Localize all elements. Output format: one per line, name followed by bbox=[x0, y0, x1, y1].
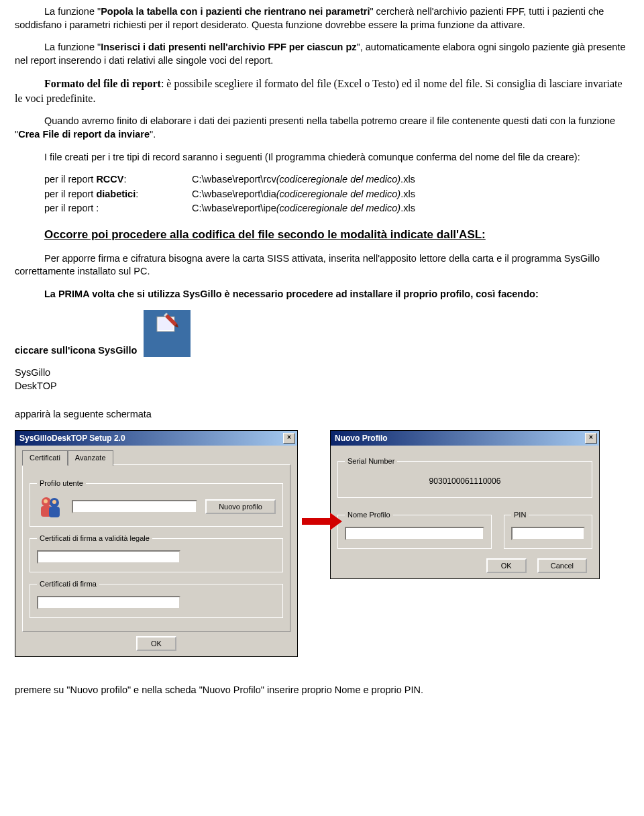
paragraph: Per apporre firma e cifratura bisogna av… bbox=[15, 252, 629, 278]
icon-label: SysGillo bbox=[15, 366, 629, 380]
paragraph: apparirà la seguente schermata bbox=[15, 408, 629, 421]
ok-button[interactable]: OK bbox=[486, 558, 527, 573]
icon-label: DeskTOP bbox=[15, 380, 629, 393]
arrow-icon bbox=[302, 513, 326, 534]
window-title: SysGilloDeskTOP Setup 2.0 bbox=[19, 433, 283, 444]
text: (codiceregionale del medico) bbox=[276, 174, 400, 185]
file-list: per il report RCCV: C:\wbase\report\rcv(… bbox=[15, 173, 629, 215]
tabstrip: Certificati Avanzate bbox=[22, 450, 290, 465]
text: C:\wbase\report\dia bbox=[192, 189, 276, 199]
titlebar: SysGilloDeskTOP Setup 2.0 × bbox=[15, 431, 297, 446]
paragraph: La funzione "Inserisci i dati presenti n… bbox=[15, 41, 629, 67]
group-label: Certificati di firma bbox=[37, 579, 99, 589]
pen-paper-icon bbox=[154, 313, 180, 334]
section-heading: Occorre poi procedere alla codifica del … bbox=[15, 227, 629, 243]
nuovo-profilo-dialog: Nuovo Profilo × Serial Number 9030100061… bbox=[330, 430, 600, 579]
cancel-button[interactable]: Cancel bbox=[537, 558, 587, 573]
group-label: Nome Profilo bbox=[345, 510, 393, 520]
paragraph: premere su "Nuovo profilo" e nella sched… bbox=[15, 684, 629, 697]
text: : bbox=[136, 189, 138, 199]
paragraph: I file creati per i tre tipi di record s… bbox=[15, 151, 629, 164]
text: La funzione " bbox=[44, 6, 101, 17]
close-icon[interactable]: × bbox=[585, 433, 597, 444]
text: : bbox=[123, 174, 126, 185]
cert-legale-input[interactable] bbox=[37, 550, 180, 564]
text: per il report bbox=[44, 174, 96, 185]
group-label: Profilo utente bbox=[37, 478, 86, 489]
text: per il report bbox=[44, 189, 96, 199]
group-nome-profilo: Nome Profilo bbox=[337, 510, 492, 549]
text: .xls bbox=[400, 189, 415, 199]
list-item: per il report : C:\wbase\report\ipe(codi… bbox=[44, 202, 629, 215]
paragraph: ciccare sull'icona SysGillo bbox=[15, 310, 629, 357]
serial-number-value: 9030100061110006 bbox=[345, 473, 585, 489]
users-icon bbox=[37, 495, 64, 518]
text: C:\wbase\report\rcv bbox=[192, 174, 276, 185]
nuovo-profilo-button[interactable]: Nuovo profilo bbox=[205, 499, 276, 514]
group-serial-number: Serial Number 9030100061110006 bbox=[337, 456, 592, 498]
tab-avanzate[interactable]: Avanzate bbox=[68, 450, 113, 466]
function-name: Crea File di report da inviare bbox=[18, 129, 150, 140]
profilo-utente-input[interactable] bbox=[72, 500, 197, 513]
list-item: per il report diabetici: C:\wbase\report… bbox=[44, 188, 629, 201]
text: (codiceregionale del medico) bbox=[276, 189, 400, 199]
text: .xls bbox=[400, 174, 415, 185]
list-item: per il report RCCV: C:\wbase\report\rcv(… bbox=[44, 173, 629, 187]
ok-button[interactable]: OK bbox=[136, 636, 176, 651]
sysgillo-setup-dialog: SysGilloDeskTOP Setup 2.0 × Certificati … bbox=[15, 430, 298, 657]
dialogs-row: SysGilloDeskTOP Setup 2.0 × Certificati … bbox=[15, 430, 629, 657]
pin-input[interactable] bbox=[511, 527, 585, 540]
group-profilo-utente: Profilo utente bbox=[30, 478, 283, 527]
text: per il report : bbox=[44, 203, 99, 213]
paragraph: Formato del file di report: è possibile … bbox=[15, 76, 629, 105]
tab-certificati[interactable]: Certificati bbox=[22, 450, 68, 466]
label: Formato del file di report bbox=[44, 78, 161, 89]
svg-point-6 bbox=[44, 499, 48, 503]
text: La funzione " bbox=[44, 42, 101, 52]
group-label: Certificati di firma a validità legale bbox=[37, 533, 152, 544]
svg-point-7 bbox=[52, 500, 56, 504]
sysgillo-desktop-icon[interactable] bbox=[144, 310, 191, 357]
paragraph: Quando avremo finito di elaborare i dati… bbox=[15, 115, 629, 141]
group-cert-firma: Certificati di firma bbox=[30, 579, 283, 618]
window-title: Nuovo Profilo bbox=[335, 433, 585, 444]
text: C:\wbase\report\ipe bbox=[192, 203, 276, 213]
titlebar: Nuovo Profilo × bbox=[331, 431, 599, 446]
group-label: PIN bbox=[511, 510, 529, 520]
text: (codiceregionale del medico) bbox=[276, 203, 400, 213]
text: ciccare sull'icona SysGillo bbox=[15, 344, 137, 358]
paragraph: La PRIMA volta che si utilizza SysGillo … bbox=[15, 288, 629, 301]
paragraph: La funzione "Popola la tabella con i paz… bbox=[15, 5, 629, 32]
text: .xls bbox=[400, 203, 415, 213]
svg-rect-5 bbox=[49, 507, 60, 517]
group-pin: PIN bbox=[504, 510, 592, 549]
function-name: Popola la tabella con i pazienti che rie… bbox=[101, 6, 370, 17]
group-label: Serial Number bbox=[345, 456, 397, 466]
tab-panel: Profilo utente bbox=[22, 464, 290, 632]
function-name: Inserisci i dati presenti nell'archivio … bbox=[101, 42, 356, 52]
group-cert-legale: Certificati di firma a validità legale bbox=[30, 533, 283, 572]
text: RCCV bbox=[96, 174, 123, 185]
text: ". bbox=[150, 129, 156, 140]
nome-profilo-input[interactable] bbox=[345, 527, 484, 540]
cert-firma-input[interactable] bbox=[37, 596, 180, 609]
close-icon[interactable]: × bbox=[283, 433, 295, 444]
text: diabetici bbox=[96, 189, 136, 199]
